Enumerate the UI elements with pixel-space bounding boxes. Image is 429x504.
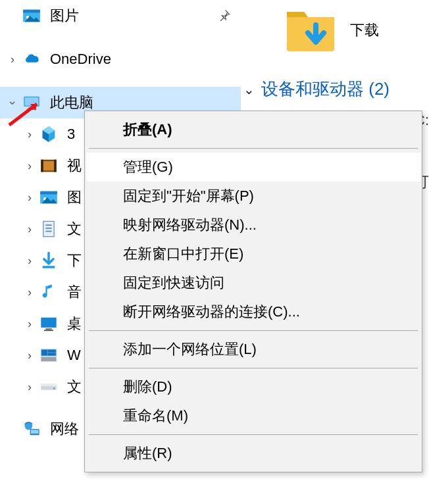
menu-map-drive[interactable]: 映射网络驱动器(N)...	[86, 211, 420, 239]
tree-item-pictures[interactable]: › 图片	[0, 0, 237, 32]
menu-properties[interactable]: 属性(R)	[86, 439, 420, 468]
chevron-right-icon[interactable]: ›	[21, 191, 38, 205]
menu-pin-start[interactable]: 固定到"开始"屏幕(P)	[86, 182, 420, 211]
svg-rect-18	[43, 266, 55, 268]
chevron-down-icon[interactable]: ⌄	[243, 82, 255, 97]
tree-label: OneDrive	[50, 51, 237, 68]
this-pc-icon	[22, 93, 41, 112]
pictures-icon	[39, 188, 58, 207]
svg-rect-23	[41, 357, 56, 361]
pictures-icon	[22, 7, 41, 25]
menu-separator	[89, 434, 418, 435]
menu-separator	[89, 368, 418, 368]
music-icon	[39, 283, 58, 301]
menu-collapse[interactable]: 折叠(A)	[86, 115, 420, 144]
onedrive-icon	[22, 50, 41, 68]
menu-separator	[89, 148, 418, 149]
svg-rect-19	[41, 318, 56, 328]
svg-rect-10	[54, 160, 57, 172]
svg-rect-32	[31, 430, 39, 434]
folder-download-icon	[283, 3, 338, 58]
tree-label: 此电脑	[50, 93, 241, 113]
chevron-right-icon[interactable]: ›	[21, 286, 38, 299]
svg-rect-4	[25, 97, 39, 106]
menu-disconnect[interactable]: 断开网络驱动器的连接(C)...	[86, 297, 420, 326]
svg-rect-24	[42, 350, 47, 355]
network-icon	[22, 420, 41, 438]
drive-icon	[39, 378, 58, 396]
downloads-folder[interactable]: 下载	[283, 3, 379, 58]
section-label: 设备和驱动器 (2)	[261, 78, 390, 101]
svg-rect-26	[48, 353, 56, 356]
svg-rect-6	[27, 109, 36, 110]
downloads-label: 下载	[350, 20, 379, 40]
documents-icon	[39, 220, 58, 238]
chevron-right-icon[interactable]: ›	[21, 128, 38, 141]
chevron-down-icon[interactable]: ›	[6, 94, 20, 111]
svg-rect-25	[48, 350, 56, 353]
tree-item-onedrive[interactable]: › OneDrive	[0, 43, 237, 75]
menu-separator	[89, 330, 418, 331]
svg-rect-5	[28, 107, 34, 109]
pin-icon[interactable]	[218, 8, 230, 25]
devices-section-header[interactable]: ⌄ 设备和驱动器 (2)	[243, 78, 390, 101]
menu-rename[interactable]: 重命名(M)	[86, 401, 420, 430]
tree-label: 图片	[50, 6, 237, 26]
svg-rect-8	[43, 161, 55, 170]
svg-rect-28	[41, 384, 56, 386]
3d-icon	[39, 125, 58, 143]
chevron-right-icon[interactable]: ›	[21, 317, 38, 331]
svg-rect-20	[45, 328, 51, 330]
context-menu: 折叠(A) 管理(G) 固定到"开始"屏幕(P) 映射网络驱动器(N)... 在…	[84, 111, 422, 472]
desktop-icon	[39, 315, 58, 333]
videos-icon	[39, 157, 58, 175]
menu-pin-quick[interactable]: 固定到快速访问	[86, 268, 420, 297]
chevron-right-icon[interactable]: ›	[21, 222, 38, 236]
svg-rect-12	[40, 191, 57, 195]
svg-rect-21	[44, 330, 53, 331]
chevron-right-icon[interactable]: ›	[21, 254, 38, 268]
download-icon	[39, 251, 58, 270]
chevron: ›	[4, 9, 21, 23]
chevron-right-icon[interactable]: ›	[21, 349, 38, 363]
menu-add-netloc[interactable]: 添加一个网络位置(L)	[86, 335, 420, 364]
chevron-right-icon[interactable]: ›	[4, 53, 21, 66]
drive-icon	[39, 346, 58, 365]
chevron: ›	[4, 422, 21, 436]
menu-open-new-window[interactable]: 在新窗口中打开(E)	[86, 239, 420, 268]
svg-point-29	[53, 388, 55, 389]
chevron-right-icon[interactable]: ›	[21, 159, 38, 173]
menu-delete[interactable]: 删除(D)	[86, 372, 420, 401]
svg-rect-14	[43, 221, 54, 236]
menu-manage[interactable]: 管理(G)	[86, 153, 420, 182]
chevron-right-icon[interactable]: ›	[21, 380, 38, 394]
svg-rect-1	[23, 10, 40, 13]
svg-rect-9	[41, 160, 43, 172]
